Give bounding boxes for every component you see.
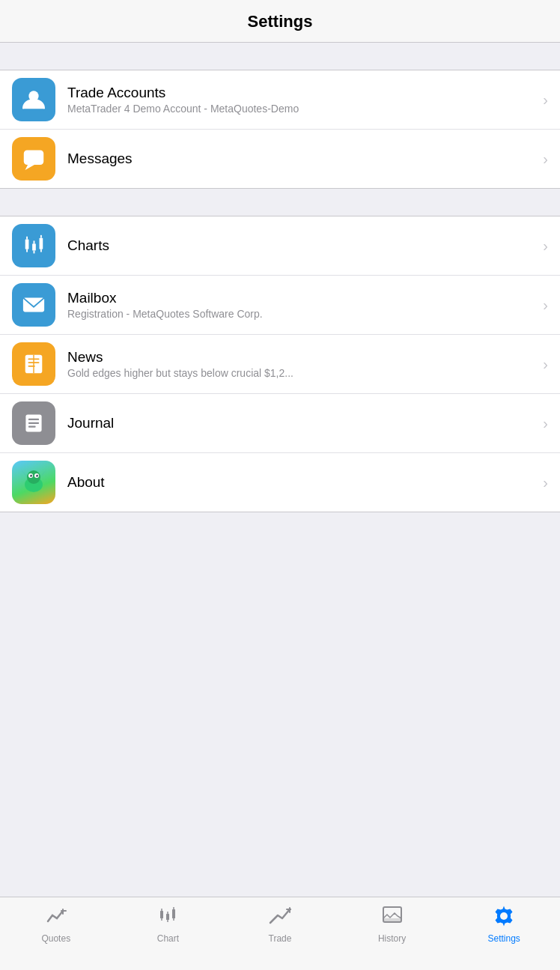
charts-icon <box>12 224 55 267</box>
history-icon <box>381 905 404 930</box>
messages-icon <box>12 137 55 181</box>
trade-accounts-subtitle: MetaTrader 4 Demo Account - MetaQuotes-D… <box>67 103 537 115</box>
journal-icon <box>12 401 55 445</box>
about-title: About <box>67 474 537 491</box>
svg-rect-9 <box>40 238 43 249</box>
tab-trade-label: Trade <box>269 933 292 944</box>
news-subtitle: Gold edges higher but stays below crucia… <box>67 367 537 379</box>
trade-accounts-icon <box>12 78 55 121</box>
news-chevron: › <box>543 356 548 373</box>
trade-accounts-chevron: › <box>543 91 548 109</box>
journal-row[interactable]: Journal › <box>0 394 560 453</box>
svg-rect-40 <box>172 909 175 918</box>
svg-point-29 <box>36 474 37 475</box>
journal-chevron: › <box>543 415 548 432</box>
svg-rect-37 <box>166 914 169 920</box>
about-text: About <box>67 474 537 491</box>
messages-title: Messages <box>67 151 537 167</box>
chart-tab-icon <box>156 905 179 930</box>
page-title: Settings <box>0 12 560 31</box>
journal-title: Journal <box>67 415 537 431</box>
tab-bar: Quotes Chart <box>0 897 560 970</box>
settings-section-tools: Charts › Mailbox Registration - MetaQuot… <box>0 216 560 512</box>
svg-rect-6 <box>32 243 36 250</box>
news-title: News <box>67 349 537 366</box>
svg-marker-30 <box>21 470 27 477</box>
about-row[interactable]: About › <box>0 453 560 512</box>
svg-rect-46 <box>383 918 401 922</box>
tab-history[interactable]: History <box>336 905 448 944</box>
charts-text: Charts <box>67 237 537 254</box>
settings-section-accounts: Trade Accounts MetaTrader 4 Demo Account… <box>0 70 560 189</box>
charts-title: Charts <box>67 237 537 254</box>
journal-text: Journal <box>67 415 537 431</box>
settings-icon <box>493 905 515 930</box>
tab-trade[interactable]: Trade <box>224 905 336 944</box>
svg-rect-34 <box>160 911 163 918</box>
messages-text: Messages <box>67 151 537 167</box>
messages-row[interactable]: Messages › <box>0 130 560 188</box>
trade-accounts-row[interactable]: Trade Accounts MetaTrader 4 Demo Account… <box>0 70 560 130</box>
news-text: News Gold edges higher but stays below c… <box>67 349 537 379</box>
tab-settings[interactable]: Settings <box>448 905 560 944</box>
svg-rect-19 <box>28 419 39 420</box>
mailbox-title: Mailbox <box>67 290 537 306</box>
tab-chart[interactable]: Chart <box>112 905 225 944</box>
svg-marker-31 <box>40 470 46 477</box>
mailbox-icon <box>12 283 55 327</box>
about-chevron: › <box>543 474 548 491</box>
page-header: Settings <box>0 0 560 43</box>
tab-settings-label: Settings <box>487 933 520 944</box>
tab-chart-label: Chart <box>157 933 179 944</box>
messages-chevron: › <box>543 151 548 168</box>
about-icon <box>12 461 55 504</box>
mailbox-subtitle: Registration - MetaQuotes Software Corp. <box>67 308 537 320</box>
trade-accounts-title: Trade Accounts <box>67 85 537 101</box>
svg-marker-2 <box>25 165 34 170</box>
news-row[interactable]: News Gold edges higher but stays below c… <box>0 335 560 394</box>
trade-accounts-text: Trade Accounts MetaTrader 4 Demo Account… <box>67 85 537 115</box>
tab-quotes-label: Quotes <box>41 933 70 944</box>
tab-quotes[interactable]: Quotes <box>0 905 112 944</box>
svg-rect-3 <box>25 240 29 249</box>
mailbox-chevron: › <box>543 297 548 314</box>
news-icon <box>12 342 55 386</box>
charts-chevron: › <box>543 237 548 255</box>
quotes-icon <box>45 905 67 930</box>
svg-rect-20 <box>28 422 39 424</box>
mailbox-text: Mailbox Registration - MetaQuotes Softwa… <box>67 290 537 320</box>
charts-row[interactable]: Charts › <box>0 216 560 276</box>
svg-rect-21 <box>28 426 36 428</box>
trade-icon <box>269 905 291 930</box>
svg-point-48 <box>500 912 508 920</box>
mailbox-row[interactable]: Mailbox Registration - MetaQuotes Softwa… <box>0 276 560 335</box>
svg-rect-1 <box>24 151 43 165</box>
section-spacer-2 <box>0 189 560 216</box>
svg-point-28 <box>30 474 31 475</box>
section-spacer-1 <box>0 43 560 70</box>
svg-point-23 <box>27 470 40 484</box>
tab-history-label: History <box>378 933 406 944</box>
